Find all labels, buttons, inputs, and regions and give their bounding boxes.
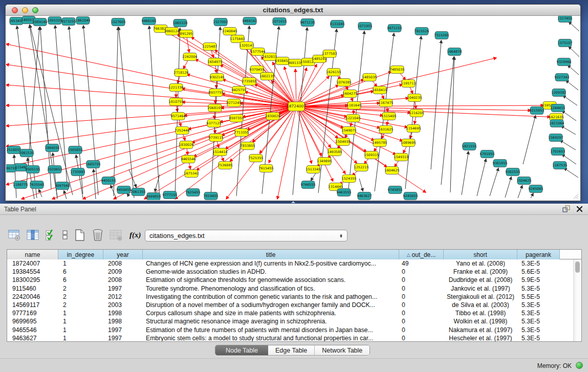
network-node[interactable]: 2718126	[174, 69, 189, 77]
table-cell[interactable]: 0	[399, 293, 444, 301]
table-cell[interactable]: 14569117	[7, 301, 58, 309]
network-node[interactable]: 1514414	[213, 148, 228, 156]
table-cell[interactable]: Investigating the contribution of common…	[143, 293, 399, 301]
column-header-name[interactable]: name	[7, 250, 58, 259]
network-node[interactable]: 1527002	[213, 18, 228, 26]
table-cell[interactable]: 5.5E-5	[517, 293, 560, 301]
table-cell[interactable]: 0	[399, 326, 444, 334]
network-edge[interactable]	[127, 194, 129, 196]
network-node[interactable]: 9450455	[117, 186, 132, 194]
network-canvas[interactable]: 7663822986012489129522420042718126122133…	[6, 16, 580, 200]
network-node[interactable]: 2061535	[19, 149, 34, 157]
table-cell[interactable]: 2012	[103, 293, 143, 301]
table-cell[interactable]: 1998	[103, 317, 143, 325]
float-window-icon[interactable]	[562, 205, 570, 212]
network-edge[interactable]	[561, 126, 576, 135]
table-cell[interactable]: 1998	[103, 309, 143, 317]
table-cell[interactable]: 5.3E-5	[517, 334, 560, 342]
table-cell[interactable]: 1997	[103, 285, 143, 293]
network-node[interactable]: 1195713	[401, 80, 416, 87]
network-node[interactable]: 1524355	[342, 175, 357, 183]
network-edge[interactable]	[111, 185, 116, 198]
table-cell[interactable]: 1	[58, 309, 103, 317]
network-node[interactable]: 7833855	[241, 142, 255, 150]
network-edge[interactable]	[563, 96, 577, 105]
table-cell[interactable]: Yano et al. (2008)	[444, 259, 517, 268]
table-cell[interactable]: 49	[399, 259, 444, 268]
network-node[interactable]: 1071915	[272, 18, 287, 26]
network-edge[interactable]	[564, 168, 578, 178]
table-cell[interactable]: 5.3E-5	[517, 309, 560, 317]
network-node[interactable]: 9245055	[403, 192, 418, 200]
network-node[interactable]: 1621064	[550, 120, 564, 127]
table-cell[interactable]: 5.9E-5	[517, 276, 560, 284]
network-node[interactable]: 1549075	[342, 127, 357, 135]
table-cell[interactable]: 9699695	[7, 317, 58, 325]
network-node[interactable]: 6377125	[207, 120, 222, 127]
network-edge[interactable]	[40, 27, 51, 189]
network-node[interactable]: 9450155	[101, 177, 116, 185]
tab-edge-table[interactable]: Edge Table	[268, 345, 314, 355]
network-edge[interactable]	[450, 57, 454, 192]
scrollbar-thumb[interactable]	[575, 261, 580, 273]
network-node[interactable]: 8597355	[229, 115, 244, 122]
network-edge[interactable]	[64, 191, 67, 199]
network-node[interactable]: 1181645	[347, 102, 362, 110]
network-node[interactable]: 1513345	[306, 166, 321, 173]
network-edge[interactable]	[531, 193, 533, 198]
table-cell[interactable]: 2008	[103, 276, 143, 284]
network-edge[interactable]	[94, 169, 96, 199]
network-node[interactable]: 1605755	[86, 161, 101, 168]
table-row[interactable]: 1456911722003Disruption of a novel membe…	[7, 301, 581, 309]
column-header-short[interactable]: short	[444, 250, 517, 259]
network-node[interactable]: 9571464	[171, 113, 186, 120]
network-node[interactable]: 9329966	[557, 58, 572, 66]
column-header-pagerank[interactable]: pagerank	[517, 250, 560, 259]
network-node[interactable]: 9227343	[555, 74, 570, 81]
network-edge[interactable]	[518, 185, 522, 198]
table-cell[interactable]: 6	[58, 276, 103, 284]
network-node[interactable]: 1209382	[552, 89, 567, 97]
network-node[interactable]: 9463555	[337, 189, 352, 196]
network-node[interactable]: 1604625	[385, 167, 400, 174]
network-node[interactable]: 9573255	[61, 18, 76, 26]
network-node[interactable]: 1505855	[68, 146, 83, 154]
network-node[interactable]: 1504625	[517, 177, 532, 185]
network-edge[interactable]	[477, 159, 486, 196]
network-node[interactable]: 2240845	[223, 28, 237, 35]
node-attribute-table[interactable]: name in_degree year title △ out_de... sh…	[7, 249, 582, 342]
network-edge[interactable]	[114, 106, 296, 199]
table-cell[interactable]: 2	[58, 301, 103, 309]
network-edge[interactable]	[523, 116, 536, 164]
column-header-in-degree[interactable]: in_degree	[58, 250, 103, 259]
column-header-out-degree[interactable]: △ out_de...	[399, 250, 444, 259]
network-edge[interactable]	[431, 40, 441, 169]
table-cell[interactable]: 5.6E-5	[517, 268, 560, 276]
network-node[interactable]: 1830026	[179, 141, 194, 149]
table-cell[interactable]: 2009	[103, 268, 143, 276]
network-node[interactable]: 9466161	[243, 17, 257, 25]
network-node[interactable]: 6791955	[480, 150, 495, 158]
network-node[interactable]: 9777155	[163, 191, 178, 199]
table-cell[interactable]: 1	[58, 317, 103, 325]
table-cell[interactable]: 0	[399, 276, 444, 284]
network-node[interactable]: 1675342	[184, 170, 199, 178]
table-column-icon[interactable]	[27, 229, 39, 241]
network-node[interactable]: 1493585	[328, 148, 342, 156]
network-node[interactable]: 1861045	[76, 17, 91, 25]
network-edge[interactable]	[505, 177, 511, 198]
table-row[interactable]: 946362711997Embryonic stem cells: a mode…	[7, 334, 581, 342]
table-cell[interactable]: 22420046	[7, 293, 58, 301]
network-node[interactable]: 1221336	[169, 84, 184, 92]
network-edge[interactable]	[569, 22, 579, 31]
delete-trash-icon[interactable]	[92, 229, 104, 242]
network-node[interactable]: 1504935	[336, 138, 351, 146]
table-cell[interactable]: 1997	[103, 334, 143, 342]
table-row[interactable]: 977716911998Corpus callosum shape and si…	[7, 309, 581, 317]
table-cell[interactable]: Nakamura et al. (1997)	[444, 326, 517, 334]
table-cell[interactable]: 9777169	[7, 309, 58, 317]
network-node[interactable]: 8215953	[530, 107, 545, 115]
network-node[interactable]: 1377583	[322, 50, 337, 58]
table-cell[interactable]: Changes of HCN gene expression and I(f) …	[143, 259, 399, 268]
network-node[interactable]: 7713355	[234, 129, 249, 137]
